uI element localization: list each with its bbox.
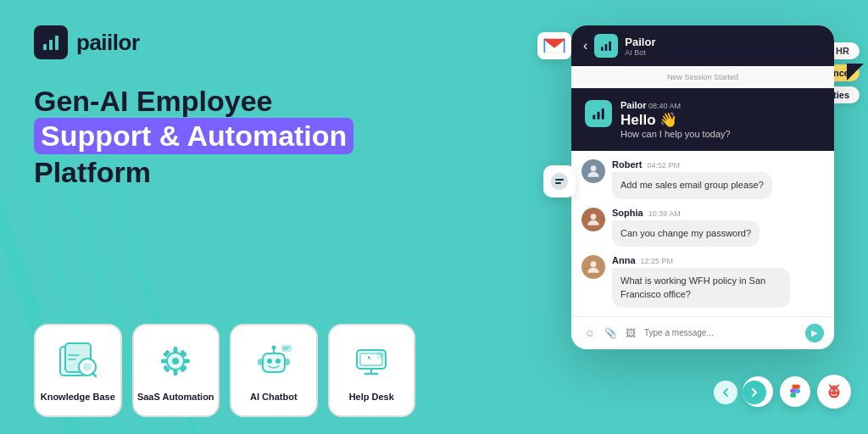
svg-line-57 <box>830 385 832 387</box>
image-icon[interactable]: 🖼 <box>622 325 639 342</box>
message-sophia: Sophia 10:39 AM Can you change my passwo… <box>581 208 824 247</box>
nav-arrows <box>714 381 766 404</box>
svg-line-12 <box>92 373 96 376</box>
saas-label: SaaS Automation <box>137 392 214 403</box>
chat-window: ‹ Pailor AI Bot New Session Started <box>571 25 834 349</box>
avatar-robert <box>581 159 605 183</box>
msg-bubble-anna: What is working WFH policy in San Franci… <box>612 268 790 308</box>
svg-rect-15 <box>174 347 178 353</box>
msg-content-robert: Robert 04:52 PM Add me sales email group… <box>612 159 772 198</box>
logo-icon <box>34 25 68 59</box>
hello-message: Pailor 08:40 AM Hello 👋 How can I help y… <box>571 88 834 151</box>
hello-sender-name: Pailor <box>620 100 647 110</box>
feature-card-saas-automation[interactable]: SaaS Automation <box>132 324 220 417</box>
msg-header-robert: Robert 04:52 PM <box>612 159 772 170</box>
msg-name-sophia: Sophia <box>612 208 643 218</box>
nav-arrow-left[interactable] <box>714 381 737 404</box>
kb-icon <box>54 337 102 385</box>
chat-back-button[interactable]: ‹ <box>583 38 587 53</box>
svg-text:?: ? <box>380 353 383 359</box>
nav-arrow-right[interactable] <box>743 381 766 404</box>
chat-action-icons: ☺ 📎 🖼 <box>581 325 639 342</box>
saas-icon <box>152 337 199 385</box>
svg-point-27 <box>271 346 275 350</box>
svg-point-52 <box>829 387 840 398</box>
headline-line1: Gen-AI Employee <box>34 85 415 118</box>
msg-time-sophia: 10:39 AM <box>648 209 681 218</box>
svg-point-25 <box>275 359 281 364</box>
hello-sender: Pailor 08:40 AM <box>620 100 731 110</box>
svg-rect-43 <box>598 112 600 120</box>
msg-content-anna: Anna 12:25 PM What is working WFH policy… <box>612 255 790 308</box>
feature-cards: Knowledge Base SaaS Autom <box>34 324 415 417</box>
msg-content-sophia: Sophia 10:39 AM Can you change my passwo… <box>612 208 760 247</box>
svg-rect-40 <box>605 44 608 51</box>
hd-icon: ? <box>348 337 395 385</box>
svg-rect-16 <box>174 369 178 376</box>
msg-name-robert: Robert <box>612 159 642 170</box>
svg-rect-6 <box>49 40 53 50</box>
chat-bot-name: Pailor <box>625 36 822 48</box>
svg-point-56 <box>836 390 837 392</box>
headline-employee: Employee <box>136 85 273 117</box>
headline-highlight: Support & Automation <box>34 118 353 154</box>
svg-rect-30 <box>281 345 292 352</box>
chat-messages: Robert 04:52 PM Add me sales email group… <box>571 151 834 316</box>
attachment-icon[interactable]: 📎 <box>602 325 619 342</box>
session-started-label: New Session Started <box>571 66 834 88</box>
svg-rect-44 <box>602 108 604 120</box>
svg-rect-28 <box>258 359 263 365</box>
zendesk-icon <box>543 165 576 198</box>
chat-send-button[interactable]: ▶ <box>805 324 824 342</box>
ai-label: AI Chatbot <box>250 392 298 403</box>
deco-triangle <box>843 59 868 88</box>
headline: Gen-AI Employee Support & Automation Pla… <box>34 85 415 189</box>
emoji-icon[interactable]: ☺ <box>581 325 598 342</box>
svg-point-24 <box>267 359 272 364</box>
svg-line-58 <box>837 385 838 387</box>
feature-card-ai-chatbot[interactable]: AI Chatbot <box>230 324 318 417</box>
svg-rect-42 <box>593 115 595 120</box>
chat-input-area: ☺ 📎 🖼 ▶ <box>571 316 834 349</box>
msg-bubble-robert: Add me sales email group please? <box>612 172 772 198</box>
hello-sub: How can I help you today? <box>620 129 731 139</box>
right-panel: IT HR Finance Facilities ‹ Pailor AI Bot… <box>427 0 868 434</box>
msg-header-sophia: Sophia 10:39 AM <box>612 208 760 218</box>
svg-rect-39 <box>601 47 604 51</box>
hello-content: Pailor 08:40 AM Hello 👋 How can I help y… <box>620 100 731 139</box>
message-anna: Anna 12:25 PM What is working WFH policy… <box>581 255 824 308</box>
chat-title-group: Pailor AI Bot <box>625 36 822 57</box>
chat-text-input[interactable] <box>644 328 800 337</box>
headline-prefix: Gen-AI <box>34 85 136 117</box>
svg-rect-17 <box>161 359 168 364</box>
kb-label: Knowledge Base <box>41 392 115 403</box>
bug-icon <box>817 375 851 409</box>
chat-header: ‹ Pailor AI Bot <box>571 25 834 66</box>
message-robert: Robert 04:52 PM Add me sales email group… <box>581 159 824 198</box>
svg-rect-23 <box>263 353 285 372</box>
msg-header-anna: Anna 12:25 PM <box>612 255 790 265</box>
headline-platform: Platform <box>34 156 415 189</box>
chat-logo-icon <box>594 34 618 58</box>
chat-bot-subtitle: AI Bot <box>625 48 822 57</box>
svg-rect-18 <box>183 359 190 364</box>
svg-point-14 <box>172 358 179 364</box>
svg-rect-5 <box>43 44 47 50</box>
svg-point-11 <box>83 363 92 371</box>
feature-card-help-desk[interactable]: ? Help Desk <box>328 324 416 417</box>
svg-rect-29 <box>285 359 290 365</box>
bot-avatar <box>585 100 612 127</box>
logo: paiilor <box>34 25 415 59</box>
svg-point-46 <box>591 214 597 220</box>
brand-name: paiilor <box>76 30 140 56</box>
gmail-icon <box>537 32 571 59</box>
msg-time-anna: 12:25 PM <box>641 257 674 265</box>
left-panel: paiilor Gen-AI Employee Support & Automa… <box>0 0 441 434</box>
figma-icon <box>780 376 810 407</box>
msg-bubble-sophia: Can you change my password? <box>612 220 760 247</box>
svg-point-45 <box>591 166 597 172</box>
feature-card-knowledge-base[interactable]: Knowledge Base <box>34 324 122 417</box>
hello-time: 08:40 AM <box>648 102 681 110</box>
logo-svg <box>41 32 61 53</box>
svg-rect-41 <box>609 42 612 51</box>
